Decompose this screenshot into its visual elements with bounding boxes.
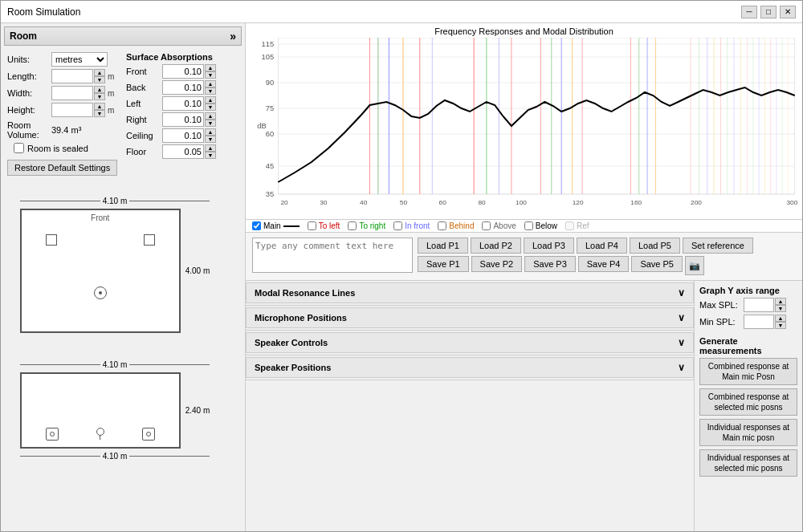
surface-input-5[interactable] bbox=[162, 144, 204, 159]
accordion-header-3[interactable]: Speaker Positions ∨ bbox=[246, 357, 694, 378]
min-spl-down-button[interactable]: ▼ bbox=[775, 322, 786, 329]
units-row: Units: metres feet bbox=[7, 52, 120, 67]
accordion-header-0[interactable]: Modal Resonance Lines ∨ bbox=[246, 282, 694, 303]
save-p2-button[interactable]: Save P2 bbox=[471, 256, 523, 272]
surface-input-3[interactable] bbox=[162, 112, 204, 127]
surface-down-2[interactable]: ▼ bbox=[205, 104, 216, 111]
accordion-header-1[interactable]: Microphone Positions ∨ bbox=[246, 307, 694, 328]
legend-toright-checkbox[interactable] bbox=[348, 221, 357, 230]
max-spl-input[interactable]: 115 bbox=[744, 298, 774, 312]
min-spl-up-button[interactable]: ▲ bbox=[775, 315, 786, 322]
accordion-item-3: Speaker Positions ∨ bbox=[246, 357, 694, 380]
combined-response-selected-button[interactable]: Combined response atselected mic posns bbox=[699, 388, 797, 416]
set-reference-button[interactable]: Set reference bbox=[683, 238, 753, 254]
surface-label-1: Back bbox=[126, 83, 162, 92]
accordion-header-2[interactable]: Speaker Controls ∨ bbox=[246, 332, 694, 353]
load-p2-button[interactable]: Load P2 bbox=[471, 238, 521, 254]
comment-input[interactable] bbox=[252, 238, 413, 273]
surface-spin-1: ▲ ▼ bbox=[205, 80, 216, 95]
restore-defaults-button[interactable]: Restore Default Settings bbox=[7, 160, 117, 176]
close-button[interactable]: ✕ bbox=[780, 6, 796, 18]
save-p3-button[interactable]: Save P3 bbox=[524, 256, 576, 272]
length-down-button[interactable]: ▼ bbox=[94, 76, 105, 83]
surface-up-2[interactable]: ▲ bbox=[205, 96, 216, 104]
save-p1-button[interactable]: Save P1 bbox=[418, 256, 469, 272]
height-input[interactable]: 2.40 bbox=[51, 103, 93, 117]
units-select[interactable]: metres feet bbox=[51, 52, 108, 67]
length-up-button[interactable]: ▲ bbox=[94, 69, 105, 76]
minimize-button[interactable]: ─ bbox=[741, 6, 757, 18]
legend-toleft-checkbox[interactable] bbox=[308, 221, 316, 230]
legend-infront-checkbox[interactable] bbox=[393, 221, 402, 230]
save-p5-button[interactable]: Save P5 bbox=[631, 256, 683, 272]
surface-spinner-3: ▲ ▼ bbox=[162, 112, 216, 127]
svg-text:300: 300 bbox=[786, 199, 797, 206]
surface-input-2[interactable] bbox=[162, 96, 204, 111]
side-plan-bottom-width-label: 4.10 m bbox=[20, 452, 210, 461]
surface-input-4[interactable] bbox=[162, 128, 204, 143]
height-up-button[interactable]: ▲ bbox=[94, 103, 105, 110]
surface-down-1[interactable]: ▼ bbox=[205, 87, 216, 95]
combined-response-main-button[interactable]: Combined response atMain mic Posn bbox=[699, 358, 797, 385]
svg-text:115: 115 bbox=[262, 40, 275, 48]
main-content: Room » Units: metres feet Length: bbox=[1, 23, 802, 531]
surface-down-0[interactable]: ▼ bbox=[205, 71, 216, 79]
load-p5-button[interactable]: Load P5 bbox=[630, 238, 680, 254]
width-up-button[interactable]: ▲ bbox=[94, 86, 105, 93]
individual-response-selected-button[interactable]: Individual responses atselected mic posn… bbox=[699, 449, 797, 477]
maximize-button[interactable]: □ bbox=[760, 6, 777, 18]
height-spinner: 2.40 ▲ ▼ m bbox=[51, 103, 114, 117]
sealed-checkbox[interactable] bbox=[14, 143, 24, 153]
chart-area: Frequency Responses and Modal Distributi… bbox=[246, 23, 802, 220]
individual-response-main-button[interactable]: Individual responses atMain mic posn bbox=[699, 419, 797, 446]
title-bar: Room Simulation ─ □ ✕ bbox=[1, 1, 802, 23]
surface-down-3[interactable]: ▼ bbox=[205, 120, 216, 127]
surface-up-5[interactable]: ▲ bbox=[205, 144, 216, 152]
svg-text:40: 40 bbox=[360, 199, 368, 206]
load-p1-button[interactable]: Load P1 bbox=[418, 238, 468, 254]
panel-collapse-button[interactable]: » bbox=[230, 30, 236, 43]
legend-ref: Ref bbox=[565, 221, 589, 230]
surface-row: Back ▲ ▼ bbox=[126, 80, 238, 95]
legend-above-checkbox[interactable] bbox=[482, 221, 491, 230]
front-label: Front bbox=[91, 213, 109, 222]
min-spl-label: Min SPL: bbox=[699, 317, 744, 327]
surface-down-5[interactable]: ▼ bbox=[205, 152, 216, 159]
min-spl-input[interactable]: 35 bbox=[744, 315, 774, 329]
svg-text:50: 50 bbox=[400, 199, 408, 206]
legend-ref-checkbox[interactable] bbox=[565, 221, 574, 230]
load-p3-button[interactable]: Load P3 bbox=[524, 238, 574, 254]
surface-input-0[interactable] bbox=[162, 64, 204, 79]
camera-icon: 📷 bbox=[689, 261, 700, 271]
legend-behind-checkbox[interactable] bbox=[438, 221, 446, 230]
width-down-button[interactable]: ▼ bbox=[94, 93, 105, 100]
surface-spinner-4: ▲ ▼ bbox=[162, 128, 216, 143]
legend-toright-label: To right bbox=[359, 221, 385, 230]
legend-main-checkbox[interactable] bbox=[252, 221, 261, 230]
side-plan-width-text: 4.10 m bbox=[100, 360, 130, 369]
height-down-button[interactable]: ▼ bbox=[94, 110, 105, 117]
legend-area: Main To left To right In front Be bbox=[246, 220, 802, 233]
save-p4-button[interactable]: Save P4 bbox=[578, 256, 630, 272]
surface-up-1[interactable]: ▲ bbox=[205, 80, 216, 87]
volume-value: 39.4 m³ bbox=[51, 125, 81, 135]
load-p4-button[interactable]: Load P4 bbox=[577, 238, 627, 254]
chart-wrapper: 35 45 60 75 90 105 115 dB bbox=[249, 38, 799, 210]
legend-main-line bbox=[283, 225, 300, 227]
max-spl-down-button[interactable]: ▼ bbox=[775, 305, 786, 312]
surface-row: Ceiling ▲ ▼ bbox=[126, 128, 238, 143]
accordion-label-2: Speaker Controls bbox=[255, 338, 328, 347]
room-panel-title: Room bbox=[10, 30, 37, 42]
camera-button[interactable]: 📷 bbox=[685, 256, 704, 275]
surface-up-3[interactable]: ▲ bbox=[205, 112, 216, 120]
length-input[interactable]: 4.00 bbox=[51, 69, 93, 83]
surface-down-4[interactable]: ▼ bbox=[205, 136, 216, 143]
legend-below-checkbox[interactable] bbox=[524, 221, 533, 230]
side-plan-container: 4.10 m bbox=[20, 360, 210, 461]
max-spl-up-button[interactable]: ▲ bbox=[775, 298, 786, 305]
surface-input-1[interactable] bbox=[162, 80, 204, 95]
surface-up-0[interactable]: ▲ bbox=[205, 64, 216, 71]
surface-up-4[interactable]: ▲ bbox=[205, 128, 216, 136]
width-input[interactable]: 4.10 bbox=[51, 86, 93, 100]
graph-y-axis-section: Graph Y axis range Max SPL: 115 ▲ ▼ bbox=[699, 286, 797, 331]
